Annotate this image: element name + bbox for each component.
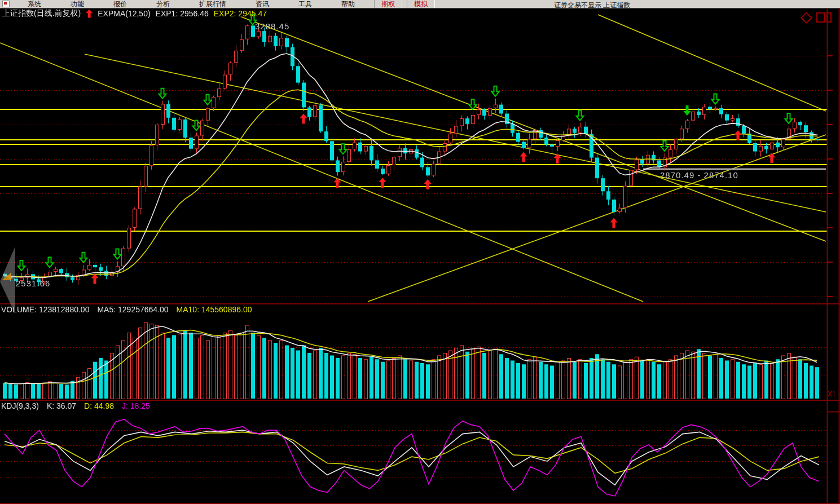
kdj-j-value: J: 18.25 <box>122 401 150 410</box>
volume-chart-canvas[interactable] <box>0 304 840 400</box>
menu-item-options-hot[interactable]: 期权 <box>374 0 402 8</box>
menu-bar: 系统 功能 报价 分析 扩展行情 资讯 工具 帮助 期权 模拟 证券交易不显示 … <box>0 0 840 8</box>
exp1-value: EXP1: 2956.46 <box>156 9 209 18</box>
kdj-header: KDJ(9,3,3) K: 36.07 D: 44.98 J: 18.25 <box>1 401 150 410</box>
diamond-marker-icon[interactable] <box>801 11 812 23</box>
split-window-icon[interactable] <box>816 12 832 23</box>
kdj-d-value: D: 44.98 <box>84 401 114 410</box>
volume-ma5-value: MA5: 129257664.00 <box>97 305 168 314</box>
app-icon[interactable] <box>2 1 10 7</box>
price-range-label: 2870.49 - 2874.10 <box>660 170 738 180</box>
menu-item-analysis[interactable]: 分析 <box>142 0 184 8</box>
menu-item-news[interactable]: 资讯 <box>241 0 284 8</box>
peak-price-label: 3288.45 <box>255 21 289 31</box>
menu-item-function[interactable]: 功能 <box>56 0 99 8</box>
volume-ma10-value: MA10: 145560896.00 <box>177 305 252 314</box>
price-chart-header: 上证指数(日线.前复权) EXPMA(12,50) EXP1: 2956.46 … <box>2 8 267 19</box>
menu-item-extended-quotes[interactable]: 扩展行情 <box>184 0 241 8</box>
menu-right-status: 证券交易不显示 上证指数 <box>554 1 630 8</box>
menu-item-tools[interactable]: 工具 <box>284 0 327 8</box>
indicator-name[interactable]: EXPMA(12,50) <box>98 9 150 18</box>
trend-up-icon <box>86 10 93 18</box>
menu-item-simulation-hot[interactable]: 模拟 <box>407 0 435 8</box>
menu-item-quotes[interactable]: 报价 <box>99 0 142 8</box>
kdj-indicator-name[interactable]: KDJ(9,3,3) <box>1 401 39 410</box>
volume-header: VOLUME: 123812880.00 MA5: 129257664.00 M… <box>1 305 252 314</box>
trading-app-window: 系统 功能 报价 分析 扩展行情 资讯 工具 帮助 期权 模拟 证券交易不显示 … <box>0 0 840 504</box>
chart-corner-tools <box>802 12 832 23</box>
x1-axis-label: X1 <box>828 390 836 398</box>
low-price-label: 2531.66 <box>16 278 50 288</box>
menu-item-help[interactable]: 帮助 <box>327 0 370 8</box>
kdj-chart-canvas[interactable] <box>0 401 840 503</box>
symbol-title: 上证指数(日线.前复权) <box>2 8 81 19</box>
kdj-k-value: K: 36.07 <box>47 401 76 410</box>
price-chart-canvas[interactable] <box>0 8 840 303</box>
menu-item-system[interactable]: 系统 <box>13 0 56 8</box>
exp2-value: EXP2: 2945.47 <box>214 9 267 18</box>
